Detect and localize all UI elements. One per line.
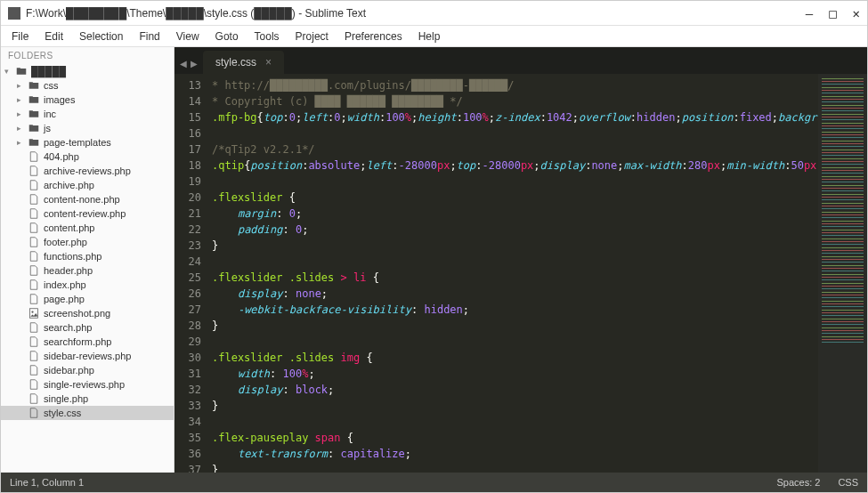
sidebar: FOLDERS ▾█████▸css▸images▸inc▸js▸page-te… <box>1 47 174 473</box>
file-search-php[interactable]: search.php <box>1 320 174 335</box>
folder-css[interactable]: ▸css <box>1 78 174 93</box>
tab-stylecss[interactable]: style.css × <box>203 51 284 74</box>
gutter: 13 14 15 16 17 18 19 20 21 22 23 24 25 2… <box>174 74 208 473</box>
cursor-position[interactable]: Line 1, Column 1 <box>10 477 84 488</box>
file-icon <box>28 265 40 276</box>
file-style-css[interactable]: style.css <box>1 406 174 420</box>
file-content-none-php[interactable]: content-none.php <box>1 192 174 206</box>
file-icon <box>28 166 40 176</box>
folder-icon <box>28 94 40 105</box>
file-icon <box>28 379 40 390</box>
file-icon <box>28 308 40 319</box>
folder-icon <box>15 66 28 77</box>
code-area[interactable]: 13 14 15 16 17 18 19 20 21 22 23 24 25 2… <box>174 74 867 473</box>
file-searchform-php[interactable]: searchform.php <box>1 335 174 349</box>
code-content[interactable]: * http://█████████.com/plugins/████████-… <box>208 74 818 473</box>
file-icon <box>28 365 40 376</box>
folder-js[interactable]: ▸js <box>1 121 174 135</box>
folder-█████[interactable]: ▾█████ <box>1 64 174 78</box>
folder-icon <box>28 123 40 133</box>
menu-edit[interactable]: Edit <box>37 28 70 44</box>
minimize-button[interactable]: — <box>806 6 813 20</box>
file-icon <box>28 208 40 219</box>
menu-view[interactable]: View <box>169 28 207 44</box>
file-functions-php[interactable]: functions.php <box>1 249 174 263</box>
indent-setting[interactable]: Spaces: 2 <box>776 477 820 488</box>
file-icon <box>28 180 40 190</box>
file-icon <box>28 279 40 290</box>
file-icon <box>28 237 40 247</box>
tab-close-icon[interactable]: × <box>265 56 272 69</box>
menu-help[interactable]: Help <box>411 28 448 44</box>
menu-selection[interactable]: Selection <box>72 28 130 44</box>
syntax-setting[interactable]: CSS <box>838 477 858 488</box>
file-icon <box>28 393 40 404</box>
file-icon <box>28 151 40 162</box>
minimap[interactable] <box>818 74 867 473</box>
file-icon <box>28 294 40 304</box>
titlebar: F:\Work\████████\Theme\█████\style.css (… <box>1 1 867 26</box>
file-archive-php[interactable]: archive.php <box>1 178 174 192</box>
file-icon <box>28 408 40 418</box>
file-sidebar-php[interactable]: sidebar.php <box>1 363 174 377</box>
folder-images[interactable]: ▸images <box>1 93 174 107</box>
svg-point-1 <box>31 311 33 312</box>
file-icon <box>28 194 40 205</box>
menu-file[interactable]: File <box>4 28 36 44</box>
maximize-button[interactable]: □ <box>829 6 836 20</box>
menu-find[interactable]: Find <box>132 28 166 44</box>
folder-icon <box>28 80 40 91</box>
sidebar-header: FOLDERS <box>1 47 174 64</box>
statusbar: Line 1, Column 1 Spaces: 2 CSS <box>1 473 867 492</box>
file-icon <box>28 251 40 262</box>
file-header-php[interactable]: header.php <box>1 263 174 278</box>
nav-fwd-icon[interactable]: ▶ <box>191 59 198 69</box>
tabbar: ◀ ▶ style.css × <box>174 47 867 74</box>
menu-goto[interactable]: Goto <box>208 28 246 44</box>
menu-preferences[interactable]: Preferences <box>337 28 410 44</box>
file-index-php[interactable]: index.php <box>1 278 174 292</box>
file-icon <box>28 351 40 361</box>
file-content-php[interactable]: content.php <box>1 221 174 235</box>
folder-page-templates[interactable]: ▸page-templates <box>1 135 174 150</box>
menubar: FileEditSelectionFindViewGotoToolsProjec… <box>1 26 867 47</box>
file-icon <box>28 322 40 333</box>
tab-label: style.css <box>215 56 256 69</box>
menu-tools[interactable]: Tools <box>247 28 287 44</box>
file-screenshot-png[interactable]: screenshot.png <box>1 306 174 320</box>
folder-tree[interactable]: ▾█████▸css▸images▸inc▸js▸page-templates4… <box>1 64 174 473</box>
file-footer-php[interactable]: footer.php <box>1 235 174 249</box>
file-content-review-php[interactable]: content-review.php <box>1 206 174 221</box>
file-404-php[interactable]: 404.php <box>1 150 174 164</box>
folder-inc[interactable]: ▸inc <box>1 107 174 121</box>
menu-project[interactable]: Project <box>288 28 336 44</box>
editor: ◀ ▶ style.css × 13 14 15 16 17 18 19 20 … <box>174 47 867 473</box>
folder-icon <box>28 137 40 148</box>
file-single-php[interactable]: single.php <box>1 392 174 406</box>
folder-icon <box>28 109 40 119</box>
close-button[interactable]: ✕ <box>853 6 860 20</box>
file-archive-reviews-php[interactable]: archive-reviews.php <box>1 164 174 178</box>
file-single-reviews-php[interactable]: single-reviews.php <box>1 377 174 392</box>
nav-back-icon[interactable]: ◀ <box>180 59 187 69</box>
file-sidebar-reviews-php[interactable]: sidebar-reviews.php <box>1 349 174 363</box>
app-icon <box>8 7 20 20</box>
window-title: F:\Work\████████\Theme\█████\style.css (… <box>26 7 806 20</box>
file-page-php[interactable]: page.php <box>1 292 174 306</box>
file-icon <box>28 222 40 233</box>
file-icon <box>28 336 40 347</box>
